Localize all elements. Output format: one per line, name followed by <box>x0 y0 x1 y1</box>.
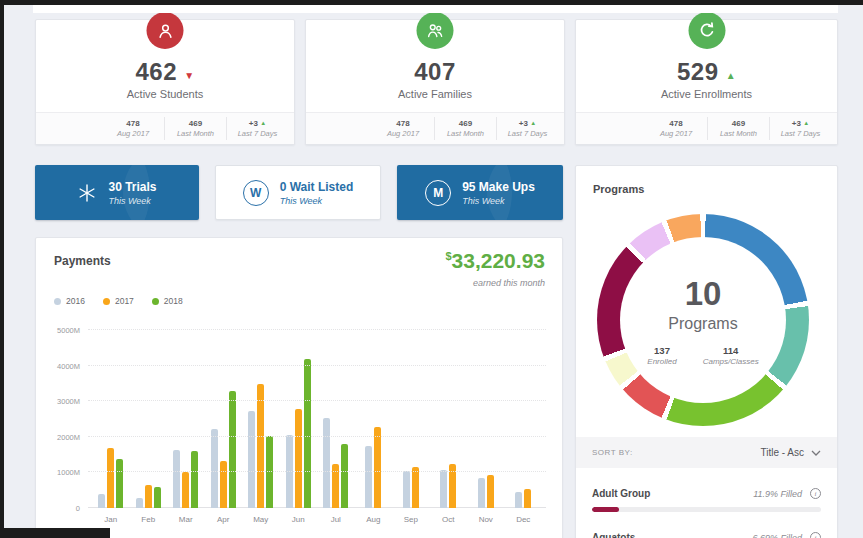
bar-2017 <box>145 485 152 508</box>
program-count-label: Programs <box>620 315 786 333</box>
legend-dot <box>152 298 159 305</box>
stat-label: Active Enrollments <box>576 88 837 100</box>
enrolled-stat: 137 Enrolled <box>647 345 676 366</box>
m-circle-icon: M <box>425 180 451 206</box>
stat-label: Active Students <box>36 88 294 100</box>
programs-title: Programs <box>593 183 644 195</box>
bar-group-nov: Nov <box>467 330 505 508</box>
stat-footer: 478 Aug 2017 469 Last Month +3 ▲ Last 7 … <box>36 112 294 144</box>
trend-arrow-icon: ▲ <box>726 70 736 81</box>
gridline <box>88 400 546 401</box>
person-icon <box>147 12 184 49</box>
bar-2018 <box>341 444 348 508</box>
legend-item-2016[interactable]: 2016 <box>54 296 85 306</box>
bar-group-apr: Apr <box>205 330 243 508</box>
bar-2016 <box>323 418 330 508</box>
bar-2016 <box>403 471 410 508</box>
programs-donut-chart: 10 Programs 137 Enrolled 114 Camps/Class… <box>597 214 809 426</box>
bar-2017 <box>107 448 114 508</box>
bar-2018 <box>229 391 236 508</box>
y-tick-label: 2000M <box>57 432 80 441</box>
bar-2018 <box>154 487 161 508</box>
wait-listed-banner[interactable]: W 0 Wait Listed This Week <box>215 165 381 220</box>
bar-2016 <box>98 494 105 508</box>
bar-2016 <box>173 450 180 508</box>
bar-2016 <box>365 446 372 508</box>
bar-2016 <box>211 429 218 508</box>
x-tick-label: Aug <box>355 515 393 524</box>
x-tick-label: Mar <box>167 515 205 524</box>
decorative-circle <box>123 165 199 220</box>
y-tick-label: 4000M <box>57 361 80 370</box>
y-tick-label: 3000M <box>57 397 80 406</box>
y-tick-label: 0 <box>76 504 80 513</box>
trials-banner[interactable]: 30 Trials This Week <box>35 165 199 220</box>
stat-value: 407 <box>306 58 564 86</box>
stat-card-active-enrollments[interactable]: 529 ▲ Active Enrollments 478 Aug 2017 46… <box>575 19 838 145</box>
footer-metric: +3 ▲ Last 7 Days <box>226 117 288 140</box>
footer-metric: 478 Aug 2017 <box>372 117 434 140</box>
program-count: 10 <box>620 275 786 313</box>
bar-2016 <box>478 478 485 508</box>
bar-2017 <box>295 409 302 508</box>
bar-2017 <box>487 475 494 508</box>
bar-2016 <box>515 492 522 508</box>
sort-bar: SORT BY: Title - Asc <box>576 437 837 468</box>
stat-card-active-students[interactable]: 462 ▼ Active Students 478 Aug 2017 469 L… <box>35 19 295 145</box>
legend-item-2017[interactable]: 2017 <box>103 296 134 306</box>
earned-amount: $33,220.93 <box>445 249 545 273</box>
bar-group-may: May <box>242 330 280 508</box>
w-circle-icon: W <box>243 180 269 206</box>
gridline <box>88 471 546 472</box>
footer-metric: 469 Last Month <box>164 117 226 140</box>
bar-2017 <box>524 489 531 508</box>
program-name: Adult Group <box>592 488 753 499</box>
camps-stat: 114 Camps/Classes <box>703 345 759 366</box>
bar-group-dec: Dec <box>505 330 543 508</box>
bar-2018 <box>191 451 198 508</box>
gridline <box>88 436 546 437</box>
donut-hole: 10 Programs 137 Enrolled 114 Camps/Class… <box>620 237 786 403</box>
bar-group-jul: Jul <box>317 330 355 508</box>
asterisk-icon <box>77 183 97 203</box>
y-tick-label: 1000M <box>57 468 80 477</box>
info-icon[interactable]: i <box>810 488 821 499</box>
screen-edge <box>0 0 4 538</box>
stat-card-active-families[interactable]: 407 Active Families 478 Aug 2017 469 Las… <box>305 19 565 145</box>
bar-group-feb: Feb <box>130 330 168 508</box>
program-name: Aquatots <box>592 532 752 538</box>
gridline <box>88 329 546 330</box>
trend-arrow-icon: ▼ <box>184 70 194 81</box>
donut-center: 10 Programs 137 Enrolled 114 Camps/Class… <box>620 275 786 366</box>
trend-arrow-icon: ▲ <box>530 120 536 126</box>
fill-progress-bar <box>592 507 821 512</box>
info-icon[interactable]: i <box>810 532 821 538</box>
plot-area: JanFebMarAprMayJunJulAugSepOctNovDec <box>88 330 546 508</box>
make-ups-banner[interactable]: M 95 Make Ups This Week <box>397 165 563 220</box>
payments-bar-chart: 01000M2000M3000M4000M5000M JanFebMarAprM… <box>54 330 546 534</box>
refresh-icon <box>688 12 725 49</box>
screen-edge <box>0 528 110 538</box>
footer-metric: +3 ▲ Last 7 Days <box>769 117 831 140</box>
gridline <box>88 365 546 366</box>
legend-item-2018[interactable]: 2018 <box>152 296 183 306</box>
bar-2016 <box>136 498 143 508</box>
sort-dropdown[interactable]: Title - Asc <box>760 447 821 458</box>
bar-2016 <box>248 411 255 508</box>
bar-2017 <box>374 427 381 508</box>
dashboard: 462 ▼ Active Students 478 Aug 2017 469 L… <box>0 0 863 538</box>
programs-card: Programs 10 Programs 137 Enrolled 114 Ca… <box>575 165 838 538</box>
list-item[interactable]: Adult Group 11.9% Filled i <box>592 488 821 512</box>
bar-2018 <box>116 459 123 508</box>
bar-2017 <box>182 472 189 508</box>
family-icon <box>417 12 454 49</box>
filled-percent: 11.9% Filled <box>753 489 802 499</box>
x-tick-label: Jun <box>280 515 318 524</box>
stat-footer: 478 Aug 2017 469 Last Month +3 ▲ Last 7 … <box>576 112 837 144</box>
earned-caption: earned this month <box>473 278 545 288</box>
chart-legend: 201620172018 <box>54 296 183 306</box>
list-item[interactable]: Aquatots 6.69% Filled i <box>592 532 821 538</box>
payments-title: Payments <box>54 254 111 268</box>
bar-2017 <box>220 461 227 508</box>
bar-2017 <box>412 467 419 508</box>
